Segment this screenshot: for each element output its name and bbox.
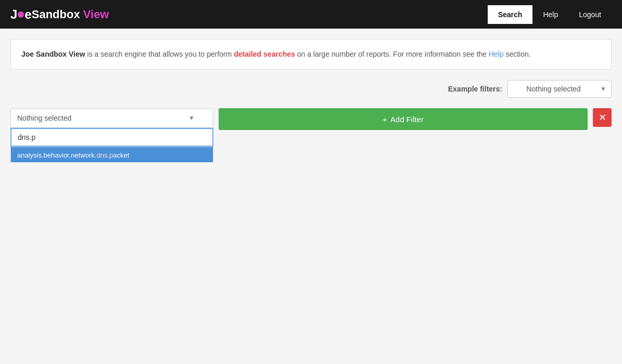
delete-filter-button[interactable]: ✕ [593, 108, 612, 127]
help-nav-button[interactable]: Help [532, 5, 568, 24]
filter-dropdown-list: analysis.behavior.network.dns.packetanal… [10, 147, 213, 162]
info-text3: section. [505, 50, 530, 58]
help-link[interactable]: Help [489, 50, 504, 58]
logo-view-text: View [83, 8, 109, 21]
filter-select-arrow-icon: ▼ [188, 114, 195, 122]
example-filters-value: Nothing selected [526, 85, 580, 93]
main-nav: Search Help Logout [488, 5, 612, 24]
brand-name: Joe Sandbox View [21, 50, 85, 58]
filter-field-container: Nothing selected ▼ analysis.behavior.net… [10, 108, 213, 147]
logo-e: e [24, 7, 31, 22]
info-text2: on a large number of reports. For more i… [297, 50, 489, 58]
filter-row: Nothing selected ▼ analysis.behavior.net… [10, 108, 612, 147]
example-filters-select[interactable]: Nothing selected ▼ [507, 80, 612, 98]
example-filters-row: Example filters: Nothing selected ▼ [10, 80, 612, 98]
app-logo: J e Sandbox View [10, 7, 109, 22]
app-header: J e Sandbox View Search Help Logout [0, 0, 622, 29]
add-filter-button[interactable]: + Add Filter [219, 108, 588, 130]
add-filter-label: Add Filter [390, 115, 424, 124]
filter-select-button[interactable]: Nothing selected ▼ [10, 108, 213, 128]
info-banner: Joe Sandbox View is a search engine that… [10, 39, 612, 70]
logo-j: J [10, 7, 17, 22]
example-filters-arrow-icon: ▼ [600, 85, 606, 93]
logo-circle-icon [18, 11, 24, 18]
info-text1: is a search engine that allows you to pe… [87, 50, 234, 58]
info-highlight: detailed searches [234, 50, 295, 58]
main-content: Example filters: Nothing selected ▼ Noth… [0, 70, 622, 162]
logout-nav-button[interactable]: Logout [568, 5, 612, 24]
dropdown-item[interactable]: analysis.behavior.network.dns.packet [11, 147, 213, 162]
search-nav-button[interactable]: Search [488, 5, 533, 24]
filter-search-input[interactable] [10, 128, 213, 147]
example-filters-label: Example filters: [448, 85, 502, 93]
add-filter-icon: + [383, 115, 387, 124]
logo-sandbox-text: Sandbox [32, 8, 80, 21]
example-filters-dropdown: Nothing selected ▼ [507, 80, 612, 98]
filter-select-value: Nothing selected [17, 114, 71, 122]
